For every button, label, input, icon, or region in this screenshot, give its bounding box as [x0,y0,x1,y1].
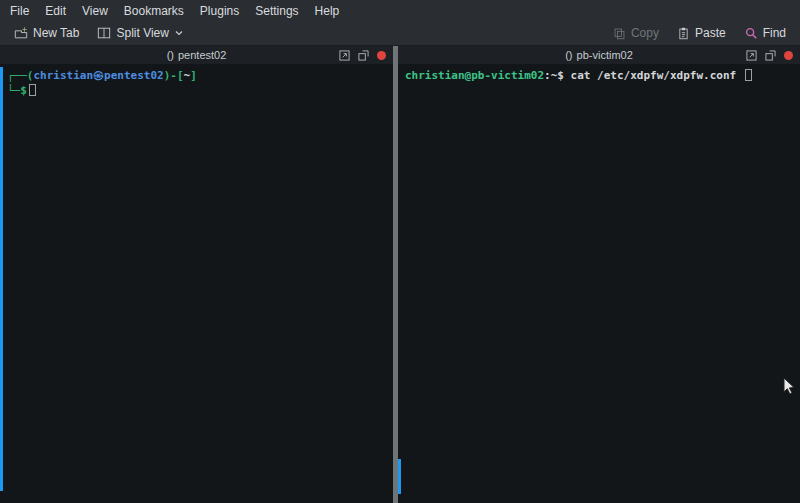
copy-icon [613,27,626,40]
terminal-cursor-right [745,69,752,81]
tab-title-label: pentest02 [178,49,226,61]
menu-file[interactable]: File [2,2,37,20]
tab-pentest02[interactable]: () pentest02 [167,49,227,61]
prompt-suffix: :~$ [544,69,564,82]
split-container: () pentest02 ┌──(christian㉿pentest02)-[~… [0,46,800,503]
menu-settings[interactable]: Settings [247,2,306,20]
konsole-window: File Edit View Bookmarks Plugins Setting… [0,0,800,503]
find-icon [744,26,758,40]
kali-prompt-line1: ┌──(christian㉿pentest02)-[~] [7,68,387,83]
menu-help[interactable]: Help [307,2,348,20]
prompt-frame-mid: )-[ [164,69,184,82]
bash-prompt-line: christian@pb-victim02:~$ cat /etc/xdpfw/… [405,68,794,83]
terminal-tab-icon: () [167,49,174,61]
expand-pane-icon[interactable] [339,50,350,61]
menu-bookmarks[interactable]: Bookmarks [116,2,192,20]
right-tab-actions [746,50,793,61]
close-pane-button[interactable] [377,51,386,60]
new-tab-icon [14,26,28,40]
activity-indicator-left [0,67,3,491]
prompt-user-host: christian㉿pentest02 [34,69,164,82]
split-view-label: Split View [116,26,168,40]
toolbar: New Tab Split View Copy Paste [0,21,800,46]
left-terminal[interactable]: ┌──(christian㉿pentest02)-[~] └─$ [0,64,393,503]
typed-command: cat /etc/xdpfw/xdpfw.conf [564,69,743,82]
terminal-tab-icon: () [565,49,572,61]
expand-pane-icon[interactable] [746,50,757,61]
detach-pane-icon[interactable] [358,50,369,61]
close-pane-button[interactable] [784,51,793,60]
find-button[interactable]: Find [738,24,792,42]
scroll-indicator-right [398,459,401,494]
tab-title-label: pb-victim02 [577,49,633,61]
paste-button[interactable]: Paste [671,24,732,42]
right-terminal[interactable]: christian@pb-victim02:~$ cat /etc/xdpfw/… [398,64,800,503]
prompt-frame-close: ] [190,69,197,82]
kali-prompt-line2: └─$ [7,83,387,98]
pane-pentest02: () pentest02 ┌──(christian㉿pentest02)-[~… [0,46,393,503]
detach-pane-icon[interactable] [765,50,776,61]
terminal-cursor-left [29,84,36,96]
chevron-down-icon [174,28,184,38]
new-tab-button[interactable]: New Tab [8,24,85,42]
prompt-user-host: christian@pb-victim02 [405,69,544,82]
prompt-dollar: └─$ [7,84,27,97]
menubar: File Edit View Bookmarks Plugins Setting… [0,0,800,21]
tab-pb-victim02[interactable]: () pb-victim02 [565,49,633,61]
pane-pb-victim02: () pb-victim02 christian@pb-victim02:~$ … [398,46,800,503]
paste-label: Paste [695,26,726,40]
left-tab-actions [339,50,386,61]
menu-view[interactable]: View [74,2,116,20]
new-tab-label: New Tab [33,26,79,40]
right-tabbar: () pb-victim02 [398,46,800,64]
menu-edit[interactable]: Edit [37,2,74,20]
copy-label: Copy [631,26,659,40]
split-view-button[interactable]: Split View [91,24,189,42]
split-view-icon [97,26,111,40]
menu-plugins[interactable]: Plugins [192,2,247,20]
find-label: Find [763,26,786,40]
copy-button[interactable]: Copy [607,24,665,42]
left-tabbar: () pentest02 [0,46,393,64]
prompt-frame-open: ┌──( [7,69,34,82]
paste-icon [677,27,690,40]
